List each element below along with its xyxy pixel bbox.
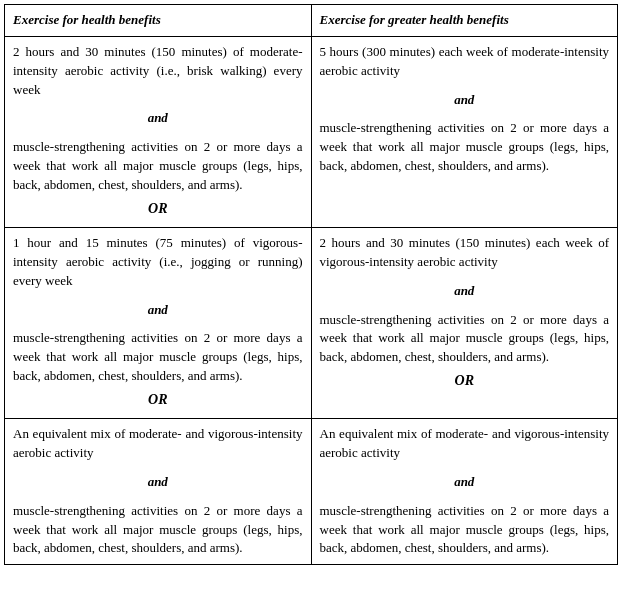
cell-row2-left-and: and: [13, 301, 303, 320]
cell-row2-left-body: muscle-strengthening activities on 2 or …: [13, 330, 303, 383]
cell-row3-right-and: and: [320, 473, 610, 492]
cell-row3-left-body: muscle-strengthening activities on 2 or …: [13, 503, 303, 556]
cell-row2-left: 1 hour and 15 minutes (75 minutes) of vi…: [5, 228, 312, 419]
header-health-benefits: Exercise for health benefits: [5, 5, 312, 37]
main-container: Exercise for health benefits Exercise fo…: [4, 4, 618, 565]
cell-row3-left: An equivalent mix of moderate- and vigor…: [5, 419, 312, 565]
cell-row1-left: 2 hours and 30 minutes (150 minutes) of …: [5, 36, 312, 227]
cell-row1-right-body: muscle-strengthening activities on 2 or …: [320, 120, 610, 173]
table-row: An equivalent mix of moderate- and vigor…: [5, 419, 618, 565]
cell-row2-right-or: OR: [320, 371, 610, 391]
table-row: 1 hour and 15 minutes (75 minutes) of vi…: [5, 228, 618, 419]
cell-row2-right: 2 hours and 30 minutes (150 minutes) eac…: [311, 228, 618, 419]
cell-row1-left-body: muscle-strengthening activities on 2 or …: [13, 139, 303, 192]
cell-row1-right: 5 hours (300 minutes) each week of moder…: [311, 36, 618, 227]
cell-row2-left-or: OR: [13, 390, 303, 410]
cell-row1-left-and: and: [13, 109, 303, 128]
cell-row3-left-intro: An equivalent mix of moderate- and vigor…: [13, 426, 303, 460]
cell-row3-left-and: and: [13, 473, 303, 492]
cell-row2-right-intro: 2 hours and 30 minutes (150 minutes) eac…: [320, 235, 610, 269]
cell-row3-right: An equivalent mix of moderate- and vigor…: [311, 419, 618, 565]
cell-row3-right-intro: An equivalent mix of moderate- and vigor…: [320, 426, 610, 460]
cell-row2-right-and: and: [320, 282, 610, 301]
cell-row2-right-body: muscle-strengthening activities on 2 or …: [320, 312, 610, 365]
exercise-table: Exercise for health benefits Exercise fo…: [4, 4, 618, 565]
cell-row2-left-intro: 1 hour and 15 minutes (75 minutes) of vi…: [13, 235, 303, 288]
cell-row1-right-and: and: [320, 91, 610, 110]
header-greater-health-benefits: Exercise for greater health benefits: [311, 5, 618, 37]
cell-row1-left-or: OR: [13, 199, 303, 219]
cell-row3-right-body: muscle-strengthening activities on 2 or …: [320, 503, 610, 556]
cell-row1-left-intro: 2 hours and 30 minutes (150 minutes) of …: [13, 44, 303, 97]
cell-row1-right-intro: 5 hours (300 minutes) each week of moder…: [320, 44, 610, 78]
table-row: 2 hours and 30 minutes (150 minutes) of …: [5, 36, 618, 227]
